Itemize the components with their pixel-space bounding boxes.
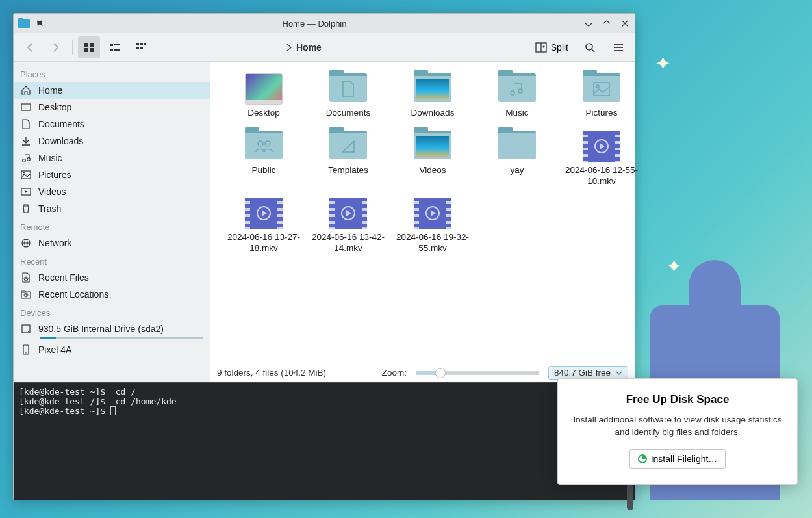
sidebar-item-phone[interactable]: Pixel 4A [14, 341, 210, 358]
grid-item[interactable]: Templates [308, 131, 388, 187]
video-file-icon [245, 198, 283, 229]
chevron-right-icon [286, 44, 292, 51]
item-label: 2024-06-16 12-55-10.mkv [561, 165, 642, 187]
section-remote: Remote [14, 217, 210, 235]
minimize-button[interactable] [583, 18, 594, 29]
toolbar: Home Split [14, 33, 635, 62]
grid-item[interactable]: 2024-06-16 19-32-55.mkv [392, 198, 473, 254]
back-button[interactable] [19, 36, 41, 58]
desktop-icon [20, 101, 32, 113]
desktop-thumbnail-icon [245, 73, 283, 105]
folder-icon [414, 73, 451, 102]
free-space-button[interactable]: 840.7 GiB free [548, 366, 628, 380]
folder-icon [583, 73, 620, 102]
grid-item[interactable]: Downloads [392, 73, 473, 120]
free-space-label: 840.7 GiB free [554, 368, 611, 378]
folder-icon [329, 131, 367, 159]
grid-item[interactable]: Documents [308, 73, 388, 120]
grid-item[interactable]: Music [477, 73, 557, 120]
trash-icon [20, 203, 32, 214]
icon-view-button[interactable] [78, 36, 100, 58]
sidebar-item-recentloc[interactable]: Recent Locations [14, 286, 210, 303]
section-places: Places [14, 64, 210, 82]
item-label: Downloads [411, 108, 455, 119]
sidebar-item-drive[interactable]: 930.5 GiB Internal Drive (sda2) [14, 320, 210, 337]
svg-rect-4 [84, 48, 88, 52]
window-title: Home — Dolphin [46, 19, 583, 29]
grid-item[interactable]: 2024-06-16 12-55-10.mkv [561, 131, 642, 187]
zoom-slider[interactable] [416, 371, 539, 375]
item-label: Music [505, 108, 528, 119]
item-label: yay [510, 165, 524, 176]
sidebar-item-downloads[interactable]: Downloads [14, 133, 210, 149]
grid-item[interactable]: Desktop [223, 73, 304, 120]
pictures-icon [20, 169, 32, 181]
svg-point-39 [511, 91, 514, 95]
downloads-icon [20, 135, 32, 147]
recentloc-icon [20, 289, 32, 300]
documents-icon [20, 118, 32, 130]
pin-icon[interactable] [33, 17, 46, 30]
sidebar-item-label: Network [38, 238, 71, 248]
menu-button[interactable] [607, 36, 629, 58]
item-label: Desktop [247, 108, 280, 120]
svg-point-44 [265, 141, 270, 146]
grid-item[interactable]: Pictures [561, 73, 642, 120]
svg-rect-7 [114, 44, 120, 45]
popup-body: Install additional software to view disk… [572, 414, 783, 439]
folder-icon [498, 73, 536, 102]
folder-icon [245, 131, 283, 159]
network-icon [20, 237, 32, 249]
sidebar-item-trash[interactable]: Trash [14, 200, 210, 217]
filelight-icon [638, 454, 647, 463]
video-file-icon [329, 198, 367, 229]
sidebar-item-home[interactable]: Home [14, 82, 210, 99]
sidebar-item-music[interactable]: Music [14, 149, 210, 166]
grid-item[interactable]: 2024-06-16 13-27-18.mkv [223, 198, 304, 254]
maximize-button[interactable] [601, 18, 613, 29]
folder-icon [329, 73, 367, 102]
status-summary: 9 folders, 4 files (104.2 MiB) [217, 368, 326, 378]
sidebar-item-desktop[interactable]: Desktop [14, 99, 210, 116]
svg-point-26 [27, 158, 31, 161]
file-grid: DesktopDocumentsDownloadsMusicPicturesPu… [210, 62, 635, 363]
breadcrumb[interactable]: Home [156, 42, 527, 53]
video-file-icon [414, 198, 451, 229]
grid-item[interactable]: Public [223, 131, 304, 187]
videos-icon [20, 186, 32, 198]
drive-usage-bar [40, 337, 203, 339]
sidebar-item-pictures[interactable]: Pictures [14, 166, 210, 183]
svg-rect-1 [18, 18, 23, 21]
search-button[interactable] [579, 36, 601, 58]
sidebar-item-videos[interactable]: Videos [14, 183, 210, 200]
home-icon [20, 84, 32, 96]
details-view-button[interactable] [130, 36, 152, 58]
install-filelight-button[interactable]: Install Filelight… [629, 449, 726, 469]
split-button[interactable]: Split [531, 39, 572, 56]
chevron-down-icon [616, 370, 622, 376]
grid-item[interactable]: 2024-06-16 13-42-14.mkv [308, 198, 388, 254]
close-button[interactable] [619, 18, 631, 29]
sidebar-item-label: Recent Files [38, 272, 89, 283]
svg-rect-10 [136, 43, 139, 45]
svg-rect-3 [90, 43, 94, 47]
grid-item[interactable]: yay [477, 131, 557, 187]
terminal-panel[interactable]: [kde@kde-test ~]$ cd / [kde@kde-test /]$… [14, 382, 635, 500]
svg-point-38 [25, 352, 27, 354]
item-label: 2024-06-16 19-32-55.mkv [392, 232, 473, 254]
sidebar-item-label: Home [38, 85, 62, 96]
compact-view-button[interactable] [104, 36, 126, 58]
split-icon [535, 42, 547, 53]
sidebar-item-network[interactable]: Network [14, 235, 210, 252]
item-label: Pictures [586, 108, 618, 119]
svg-rect-14 [140, 47, 143, 49]
item-label: Public [252, 165, 276, 176]
forward-button[interactable] [45, 36, 67, 58]
svg-rect-8 [110, 49, 113, 51]
sidebar-item-label: Pixel 4A [38, 344, 71, 355]
grid-item[interactable]: Videos [392, 131, 473, 187]
sidebar-item-documents[interactable]: Documents [14, 116, 210, 133]
sidebar-item-recentfiles[interactable]: Recent Files [14, 269, 210, 286]
places-panel: PlacesHomeDesktopDocumentsDownloadsMusic… [14, 62, 210, 382]
svg-rect-11 [140, 43, 143, 45]
